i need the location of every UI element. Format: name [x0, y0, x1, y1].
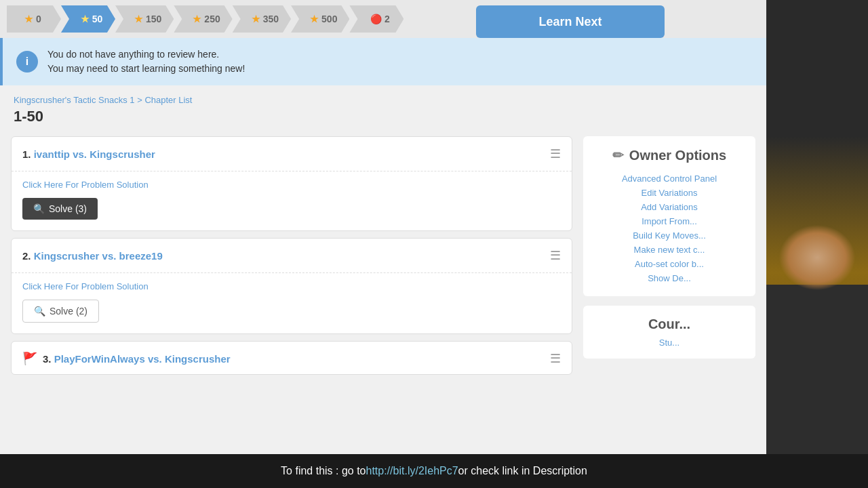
- magnify-icon-2: 🔍: [34, 306, 45, 317]
- owner-option-advanced-control[interactable]: Advanced Control Panel: [594, 171, 745, 186]
- lesson-2-problem-link[interactable]: Click Here For Problem Solution: [22, 281, 561, 291]
- course-section-link[interactable]: Stu...: [594, 338, 745, 348]
- learn-next-button[interactable]: Learn Next: [476, 5, 665, 38]
- progress-step-250[interactable]: ★ 250: [174, 5, 232, 33]
- progress-step-50[interactable]: ★ 50: [61, 5, 115, 33]
- star-icon-150: ★: [134, 14, 143, 24]
- lesson-2-title: 2. Kingscrusher vs. breeze19: [22, 250, 163, 262]
- progress-bar: ★ 0 ★ 50 ★ 150 ★ 250 ★ 350 ★ 500 🔴 2 Lea…: [0, 0, 766, 38]
- progress-step-500[interactable]: ★ 500: [291, 5, 349, 33]
- lesson-1-body: Click Here For Problem Solution 🔍 Solve …: [12, 171, 572, 230]
- progress-step-350[interactable]: ★ 350: [233, 5, 291, 33]
- owner-option-auto-set-color[interactable]: Auto-set color b...: [594, 257, 745, 271]
- owner-option-make-text[interactable]: Make new text c...: [594, 243, 745, 257]
- owner-option-import-from[interactable]: Import From...: [594, 214, 745, 228]
- star-icon-350: ★: [252, 14, 260, 24]
- star-icon-500: ★: [310, 14, 319, 24]
- lesson-2-body: Click Here For Problem Solution 🔍 Solve …: [12, 273, 572, 333]
- pencil-icon: ✏: [612, 147, 624, 163]
- lesson-1-header: 1. ivanttip vs. Kingscrusher ☰: [12, 137, 572, 171]
- lesson-card-1: 1. ivanttip vs. Kingscrusher ☰ Click Her…: [11, 136, 572, 231]
- progress-step-0[interactable]: ★ 0: [7, 5, 61, 33]
- lesson-3-header: 🚩 3. PlayForWinAlways vs. Kingscrusher ☰: [12, 342, 572, 375]
- breadcrumb-separator: >: [137, 95, 144, 105]
- lesson-2-header: 2. Kingscrusher vs. breeze19 ☰: [12, 239, 572, 273]
- lesson-3-title-area: 🚩 3. PlayForWinAlways vs. Kingscrusher: [22, 351, 231, 366]
- content-area: 1. ivanttip vs. Kingscrusher ☰ Click Her…: [0, 136, 766, 375]
- course-section-title: Cour...: [594, 317, 745, 332]
- right-sidebar: ✏ Owner Options Advanced Control Panel E…: [572, 136, 755, 375]
- lesson-1-solve-button[interactable]: 🔍 Solve (3): [22, 198, 98, 220]
- flag-icon-3: 🚩: [22, 351, 37, 366]
- lesson-card-3: 🚩 3. PlayForWinAlways vs. Kingscrusher ☰: [11, 341, 572, 375]
- owner-options-title: ✏ Owner Options: [594, 147, 745, 163]
- magnify-icon-1: 🔍: [33, 203, 45, 214]
- video-overlay: [766, 0, 868, 454]
- owner-option-show-de[interactable]: Show De...: [594, 271, 745, 285]
- owner-option-edit-variations[interactable]: Edit Variations: [594, 186, 745, 200]
- breadcrumb: Kingscrusher's Tactic Snacks 1 > Chapter…: [0, 85, 766, 108]
- lesson-3-title: 3. PlayForWinAlways vs. Kingscrusher: [43, 353, 231, 365]
- bottom-bar-link[interactable]: http://bit.ly/2IehPc7: [366, 465, 458, 477]
- lesson-2-menu-icon[interactable]: ☰: [550, 248, 561, 263]
- owner-option-build-key-moves[interactable]: Build Key Moves...: [594, 228, 745, 243]
- lesson-2-link[interactable]: Kingscrusher vs. breeze19: [34, 250, 163, 262]
- lesson-1-menu-icon[interactable]: ☰: [550, 146, 561, 161]
- owner-options-panel: ✏ Owner Options Advanced Control Panel E…: [583, 136, 755, 296]
- owner-option-add-variations[interactable]: Add Variations: [594, 200, 745, 214]
- star-icon-0: ★: [24, 14, 33, 24]
- bottom-bar: To find this : go to http://bit.ly/2IehP…: [0, 454, 868, 488]
- course-section-panel: Cour... Stu...: [583, 306, 755, 359]
- progress-step-review[interactable]: 🔴 2: [349, 5, 403, 33]
- lesson-1-title: 1. ivanttip vs. Kingscrusher: [22, 148, 155, 160]
- info-icon: i: [16, 51, 38, 73]
- info-banner: i You do not have anything to review her…: [0, 38, 766, 85]
- progress-step-150[interactable]: ★ 150: [115, 5, 174, 33]
- page-title: 1-50: [0, 108, 766, 136]
- lesson-1-problem-link[interactable]: Click Here For Problem Solution: [22, 180, 561, 190]
- lessons-list: 1. ivanttip vs. Kingscrusher ☰ Click Her…: [11, 136, 572, 375]
- lesson-3-link[interactable]: PlayForWinAlways vs. Kingscrusher: [54, 353, 231, 365]
- lesson-3-menu-icon[interactable]: ☰: [550, 351, 561, 366]
- breadcrumb-current[interactable]: Chapter List: [144, 95, 192, 105]
- info-text: You do not have anything to review here.…: [47, 47, 245, 76]
- lesson-1-link[interactable]: ivanttip vs. Kingscrusher: [34, 148, 155, 160]
- breadcrumb-parent[interactable]: Kingscrusher's Tactic Snacks 1: [14, 95, 135, 105]
- lesson-2-solve-button[interactable]: 🔍 Solve (2): [22, 300, 99, 323]
- star-icon-50: ★: [81, 14, 90, 24]
- lesson-card-2: 2. Kingscrusher vs. breeze19 ☰ Click Her…: [11, 238, 572, 334]
- star-icon-250: ★: [193, 14, 201, 24]
- person-silhouette: [766, 217, 868, 454]
- red-star-icon: 🔴: [370, 14, 382, 24]
- main-content: ★ 0 ★ 50 ★ 150 ★ 250 ★ 350 ★ 500 🔴 2 Lea…: [0, 0, 766, 454]
